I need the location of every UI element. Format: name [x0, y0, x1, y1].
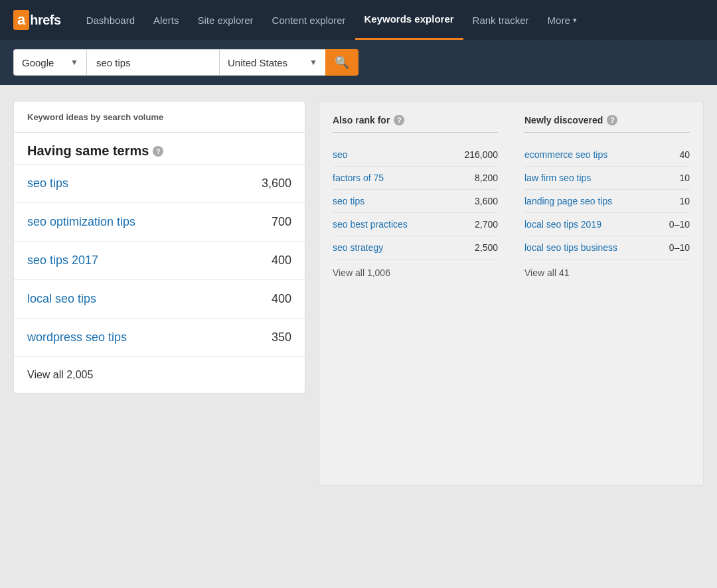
newly-discovered-row: law firm seo tips 10: [524, 167, 690, 190]
keyword-link[interactable]: seo tips 2017: [27, 254, 98, 267]
also-rank-row: seo 216,000: [333, 143, 498, 167]
new-rank-link[interactable]: law firm seo tips: [524, 173, 591, 183]
new-rank-link[interactable]: ecommerce seo tips: [524, 149, 607, 160]
rank-volume: 8,200: [475, 173, 498, 183]
newly-discovered-col: Newly discovered ? ecommerce seo tips 40…: [524, 115, 690, 278]
view-all-keywords[interactable]: View all 2,005: [14, 356, 305, 393]
rank-volume: 3,600: [475, 196, 498, 206]
keyword-row[interactable]: seo optimization tips 700: [14, 202, 305, 241]
country-chevron-icon: ▼: [309, 58, 317, 67]
keyword-link[interactable]: seo tips: [27, 177, 68, 190]
keyword-ideas-title: Keyword ideas by search volume: [27, 112, 163, 122]
new-rank-volume: 10: [679, 196, 690, 206]
rank-link[interactable]: seo best practices: [333, 219, 408, 230]
newly-discovered-row: ecommerce seo tips 40: [524, 143, 690, 167]
keyword-input[interactable]: [86, 49, 219, 76]
rank-link[interactable]: seo: [333, 149, 348, 160]
engine-label: Google: [22, 57, 54, 68]
rank-volume: 2,700: [475, 219, 498, 230]
rank-volume: 2,500: [475, 242, 498, 253]
newly-discovered-row: local seo tips business 0–10: [524, 236, 690, 259]
keyword-row[interactable]: seo tips 3,600: [14, 164, 305, 202]
section-title: Having same terms: [27, 143, 149, 159]
keyword-row[interactable]: local seo tips 400: [14, 279, 305, 318]
keyword-list: seo tips 3,600 seo optimization tips 700…: [14, 164, 305, 356]
keyword-volume: 700: [272, 215, 291, 229]
also-rank-list: seo 216,000 factors of 75 8,200 seo tips…: [333, 143, 498, 259]
also-rank-for-title: Also rank for: [333, 115, 390, 125]
new-rank-volume: 10: [679, 173, 690, 183]
new-rank-volume: 40: [679, 149, 690, 160]
also-rank-for-header: Also rank for ?: [333, 115, 498, 133]
newly-discovered-list: ecommerce seo tips 40 law firm seo tips …: [524, 143, 690, 259]
keyword-volume: 400: [272, 254, 291, 267]
search-icon: 🔍: [335, 55, 349, 70]
keyword-link[interactable]: local seo tips: [27, 292, 96, 306]
logo[interactable]: a hrefs: [13, 10, 61, 30]
keyword-row[interactable]: wordpress seo tips 350: [14, 318, 305, 356]
nav-content-explorer[interactable]: Content explorer: [263, 0, 355, 40]
search-bar: Google ▼ United States ▼ 🔍: [0, 40, 717, 85]
newly-discovered-info-icon[interactable]: ?: [607, 115, 617, 125]
nav-dashboard[interactable]: Dashboard: [77, 0, 144, 40]
section-info-icon[interactable]: ?: [153, 146, 163, 157]
also-rank-view-all[interactable]: View all 1,006: [333, 259, 498, 278]
chevron-down-icon: ▾: [573, 16, 577, 25]
logo-a-letter: a: [13, 10, 29, 30]
newly-discovered-header: Newly discovered ?: [524, 115, 690, 133]
logo-text: hrefs: [30, 13, 60, 28]
nav-alerts[interactable]: Alerts: [144, 0, 188, 40]
left-panel: Keyword ideas by search volume Having sa…: [13, 101, 305, 394]
right-columns: Also rank for ? seo 216,000 factors of 7…: [333, 115, 690, 278]
rank-volume: 216,000: [464, 149, 498, 160]
keyword-volume: 350: [272, 331, 291, 344]
country-select[interactable]: United States ▼: [219, 49, 325, 76]
also-rank-info-icon[interactable]: ?: [394, 115, 404, 125]
country-label: United States: [228, 57, 287, 68]
rank-link[interactable]: seo tips: [333, 196, 364, 206]
engine-select[interactable]: Google ▼: [13, 49, 86, 76]
also-rank-row: factors of 75 8,200: [333, 167, 498, 190]
rank-link[interactable]: seo strategy: [333, 242, 383, 253]
keyword-volume: 3,600: [262, 177, 291, 190]
nav-keywords-explorer[interactable]: Keywords explorer: [355, 0, 463, 40]
keyword-volume: 400: [272, 292, 291, 306]
navbar: a hrefs Dashboard Alerts Site explorer C…: [0, 0, 717, 40]
search-button[interactable]: 🔍: [325, 49, 358, 76]
newly-discovered-view-all[interactable]: View all 41: [524, 259, 690, 278]
also-rank-row: seo strategy 2,500: [333, 236, 498, 259]
newly-discovered-row: local seo tips 2019 0–10: [524, 213, 690, 236]
rank-link[interactable]: factors of 75: [333, 173, 384, 183]
nav-site-explorer[interactable]: Site explorer: [188, 0, 262, 40]
right-panel: Also rank for ? seo 216,000 factors of 7…: [319, 101, 704, 486]
also-rank-row: seo best practices 2,700: [333, 213, 498, 236]
keyword-link[interactable]: seo optimization tips: [27, 215, 135, 229]
newly-discovered-title: Newly discovered: [524, 115, 603, 125]
engine-chevron-icon: ▼: [70, 58, 78, 67]
keyword-row[interactable]: seo tips 2017 400: [14, 241, 305, 279]
new-rank-link[interactable]: local seo tips business: [524, 242, 617, 253]
nav-more[interactable]: More ▾: [538, 0, 586, 40]
keyword-link[interactable]: wordpress seo tips: [27, 331, 127, 344]
also-rank-row: seo tips 3,600: [333, 190, 498, 213]
section-title-row: Having same terms ?: [14, 133, 305, 164]
newly-discovered-row: landing page seo tips 10: [524, 190, 690, 213]
nav-rank-tracker[interactable]: Rank tracker: [463, 0, 538, 40]
main-content: Keyword ideas by search volume Having sa…: [0, 85, 717, 502]
also-rank-for-col: Also rank for ? seo 216,000 factors of 7…: [333, 115, 498, 278]
new-rank-link[interactable]: landing page seo tips: [524, 196, 612, 206]
new-rank-volume: 0–10: [669, 219, 690, 230]
panel-header: Keyword ideas by search volume: [14, 102, 305, 133]
new-rank-link[interactable]: local seo tips 2019: [524, 219, 601, 230]
new-rank-volume: 0–10: [669, 242, 690, 253]
